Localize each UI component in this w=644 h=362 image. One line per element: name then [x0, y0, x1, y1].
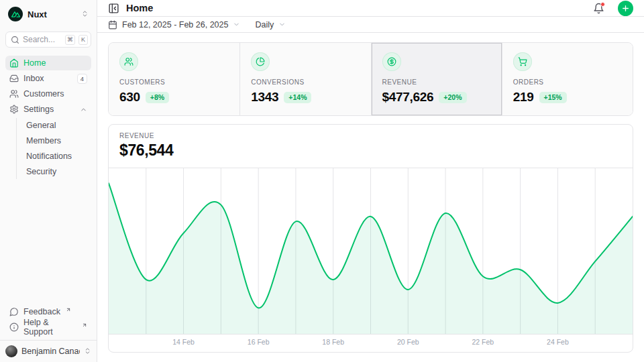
sidebar-item-label: Home: [23, 58, 46, 68]
x-axis-label: 16 Feb: [248, 338, 270, 346]
stat-delta-badge: +15%: [539, 92, 567, 103]
sidebar-item-members[interactable]: Members: [26, 133, 91, 148]
external-link-icon: [66, 305, 71, 314]
search-icon: [11, 36, 19, 44]
x-axis-label: 18 Feb: [322, 338, 344, 346]
workspace-name: Nuxt: [28, 9, 76, 19]
revenue-chart-card: Revenue $76,544 14 Feb16 Feb18 Feb20 Feb…: [108, 124, 633, 353]
kbd-k: K: [78, 35, 88, 45]
sidebar-item-settings[interactable]: Settings: [5, 102, 91, 117]
feedback-link[interactable]: Feedback: [5, 304, 91, 319]
page-header: Home: [97, 0, 644, 17]
sidebar-item-notifications[interactable]: Notifications: [26, 149, 91, 164]
sidebar-item-label: Settings: [23, 105, 54, 114]
avatar: [5, 345, 17, 357]
stat-label: Customers: [119, 78, 229, 86]
pie-chart-icon: [251, 52, 270, 71]
help-support-link[interactable]: Help & Support: [5, 320, 91, 335]
stat-label: Conversions: [251, 78, 360, 86]
stat-value: 219: [513, 90, 534, 105]
add-button[interactable]: [618, 1, 633, 16]
x-axis-label: 24 Feb: [547, 338, 569, 346]
sidebar-item-security[interactable]: Security: [26, 164, 91, 179]
stat-delta-badge: +20%: [439, 92, 466, 103]
sidebar: Nuxt ⌘ K Home: [0, 0, 97, 362]
chevrons-up-down-icon: [84, 345, 91, 357]
main-panel: Home Feb 12, 2025 - Feb 26, 2025 Daily: [97, 0, 644, 362]
date-range-button[interactable]: Feb 12, 2025 - Feb 26, 2025: [108, 20, 240, 29]
calendar-icon: [108, 20, 117, 29]
inbox-count-badge: 4: [77, 74, 87, 84]
stat-label: Revenue: [382, 78, 491, 86]
stats-row: Customers 630 +8% Conversions 1343 +14%: [108, 42, 633, 116]
users-icon: [9, 89, 19, 99]
kbd-cmd: ⌘: [65, 35, 75, 45]
sidebar-item-label: Inbox: [23, 74, 44, 83]
stat-value: $477,626: [382, 90, 434, 105]
stat-card-revenue[interactable]: Revenue $477,626 +20%: [371, 43, 502, 115]
granularity-label: Daily: [255, 20, 274, 29]
sidebar-footer-links: Feedback Help & Support: [5, 304, 91, 335]
x-axis-label: 20 Feb: [397, 338, 419, 346]
sidebar-item-inbox[interactable]: Inbox 4: [5, 71, 91, 86]
sidebar-item-label: Customers: [23, 89, 64, 99]
dollar-circle-icon: [382, 52, 401, 71]
cart-icon: [513, 52, 532, 71]
notification-dot: [600, 2, 605, 7]
chevron-down-icon: [278, 21, 286, 28]
filter-toolbar: Feb 12, 2025 - Feb 26, 2025 Daily: [97, 17, 644, 33]
search-input-wrap[interactable]: ⌘ K: [5, 32, 91, 48]
page-title: Home: [126, 3, 586, 13]
chevrons-up-down-icon: [81, 8, 89, 20]
chevron-down-icon: [233, 21, 240, 28]
x-axis-label: 22 Feb: [472, 338, 494, 346]
stat-card-conversions[interactable]: Conversions 1343 +14%: [239, 43, 370, 115]
sidebar-item-home[interactable]: Home: [5, 56, 91, 70]
feedback-label: Feedback: [23, 307, 60, 316]
chart-total-value: $76,544: [119, 141, 622, 160]
notifications-button[interactable]: [593, 3, 604, 14]
sidebar-item-general[interactable]: General: [26, 118, 91, 133]
stat-card-customers[interactable]: Customers 630 +8%: [109, 43, 239, 115]
inbox-icon: [9, 74, 19, 83]
info-icon: [9, 322, 19, 332]
sidebar-collapse-icon[interactable]: [108, 3, 119, 14]
external-link-icon: [82, 320, 87, 330]
stat-value: 630: [119, 90, 140, 105]
x-axis: 14 Feb16 Feb18 Feb20 Feb22 Feb24 Feb: [109, 335, 633, 352]
stat-card-orders[interactable]: Orders 219 +15%: [502, 43, 633, 115]
search-input[interactable]: [23, 35, 62, 44]
user-name: Benjamin Canac: [21, 347, 80, 356]
home-icon: [9, 58, 19, 68]
help-support-label: Help & Support: [23, 318, 76, 337]
chart-label: Revenue: [119, 132, 622, 139]
dashboard-content: Customers 630 +8% Conversions 1343 +14%: [97, 33, 644, 362]
stat-label: Orders: [513, 78, 622, 86]
workspace-switcher[interactable]: Nuxt: [5, 5, 91, 23]
app-window: Nuxt ⌘ K Home: [0, 0, 644, 362]
users-icon: [119, 52, 138, 71]
user-menu[interactable]: Benjamin Canac: [0, 340, 97, 362]
stat-value: 1343: [251, 90, 278, 105]
revenue-chart-svg: [109, 168, 633, 335]
sidebar-nav: Home Inbox 4 Customers: [5, 56, 91, 179]
granularity-select[interactable]: Daily: [255, 20, 286, 29]
message-icon: [9, 307, 19, 316]
gear-icon: [9, 105, 19, 114]
settings-submenu: General Members Notifications Security: [16, 118, 91, 179]
stat-delta-badge: +8%: [146, 92, 169, 103]
revenue-area-chart[interactable]: [109, 168, 633, 335]
chevron-up-icon: [80, 106, 87, 113]
nuxt-logo-icon: [8, 7, 23, 21]
sidebar-item-customers[interactable]: Customers: [5, 86, 91, 101]
date-range-label: Feb 12, 2025 - Feb 26, 2025: [122, 20, 228, 29]
x-axis-label: 14 Feb: [172, 338, 195, 346]
stat-delta-badge: +14%: [284, 92, 311, 103]
